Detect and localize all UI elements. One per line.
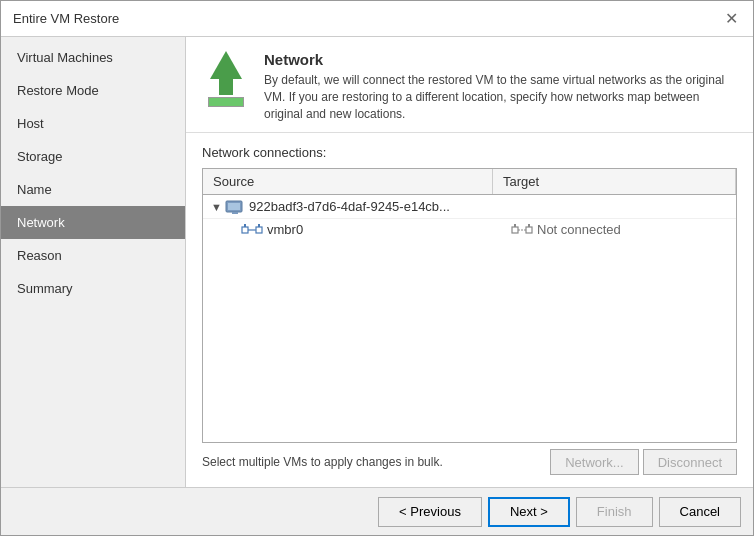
table-header: Source Target <box>203 169 736 195</box>
finish-button[interactable]: Finish <box>576 497 653 527</box>
main-panel: Network By default, we will connect the … <box>186 37 753 487</box>
header-text: Network By default, we will connect the … <box>264 51 737 122</box>
vm-icon <box>225 200 245 214</box>
previous-button[interactable]: < Previous <box>378 497 482 527</box>
close-button[interactable]: ✕ <box>721 9 741 29</box>
source-column-header: Source <box>203 169 493 194</box>
network-button[interactable]: Network... <box>550 449 639 475</box>
header-section: Network By default, we will connect the … <box>186 37 753 133</box>
svg-rect-1 <box>228 203 240 210</box>
network-table: Source Target ▼ <box>202 168 737 443</box>
arrow-stem-icon <box>219 79 233 95</box>
footer: < Previous Next > Finish Cancel <box>1 487 753 535</box>
sidebar-item-name[interactable]: Name <box>1 173 185 206</box>
dialog-content: Virtual Machines Restore Mode Host Stora… <box>1 37 753 487</box>
sidebar-item-storage[interactable]: Storage <box>1 140 185 173</box>
panel-description: By default, we will connect the restored… <box>264 72 737 122</box>
sidebar-item-host[interactable]: Host <box>1 107 185 140</box>
next-button[interactable]: Next > <box>488 497 570 527</box>
svg-rect-8 <box>512 227 518 233</box>
svg-rect-11 <box>514 224 516 227</box>
svg-rect-10 <box>526 227 532 233</box>
sidebar: Virtual Machines Restore Mode Host Stora… <box>1 37 186 487</box>
disconnect-button[interactable]: Disconnect <box>643 449 737 475</box>
svg-rect-12 <box>528 224 530 227</box>
sidebar-item-network[interactable]: Network <box>1 206 185 239</box>
panel-body: Network connections: Source Target ▼ <box>186 133 753 487</box>
vm-tree-row[interactable]: ▼ 922badf3-d7d6-4daf-9245-e14cb... <box>203 195 736 219</box>
svg-rect-5 <box>256 227 262 233</box>
svg-rect-3 <box>242 227 248 233</box>
expand-icon: ▼ <box>211 201 225 213</box>
bar-indicator-icon <box>208 97 244 107</box>
svg-rect-7 <box>258 224 260 227</box>
not-connected-label: Not connected <box>537 222 621 237</box>
panel-title: Network <box>264 51 737 68</box>
svg-rect-2 <box>232 212 238 214</box>
entire-vm-restore-dialog: Entire VM Restore ✕ Virtual Machines Res… <box>0 0 754 536</box>
vm-name: 922badf3-d7d6-4daf-9245-e14cb... <box>249 199 450 214</box>
sidebar-item-reason[interactable]: Reason <box>1 239 185 272</box>
sidebar-item-virtual-machines[interactable]: Virtual Machines <box>1 41 185 74</box>
target-column-header: Target <box>493 169 736 194</box>
svg-rect-6 <box>244 224 246 227</box>
not-connected-icon <box>511 223 533 237</box>
sidebar-item-summary[interactable]: Summary <box>1 272 185 305</box>
network-icon <box>202 51 250 99</box>
title-bar: Entire VM Restore ✕ <box>1 1 753 37</box>
sidebar-item-restore-mode[interactable]: Restore Mode <box>1 74 185 107</box>
connections-label: Network connections: <box>202 145 737 160</box>
bulk-hint: Select multiple VMs to apply changes in … <box>202 455 443 469</box>
vmbr-row[interactable]: vmbr0 <box>203 219 736 240</box>
dialog-title: Entire VM Restore <box>13 11 119 26</box>
vmbr-name: vmbr0 <box>267 222 303 237</box>
arrow-up-icon <box>210 51 242 79</box>
cancel-button[interactable]: Cancel <box>659 497 741 527</box>
vmbr-icon <box>241 223 263 237</box>
bottom-bar: Select multiple VMs to apply changes in … <box>202 443 737 475</box>
action-buttons: Network... Disconnect <box>550 449 737 475</box>
